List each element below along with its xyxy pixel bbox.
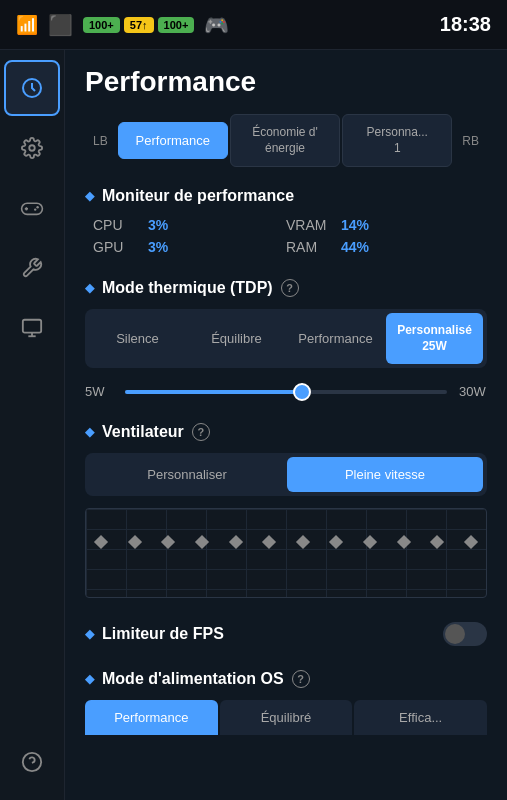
sidebar-item-controller[interactable] [4,180,60,236]
fan-point-12[interactable] [464,535,478,549]
performance-tab[interactable]: Performance [287,313,384,364]
wifi-icon: 📶 [16,14,38,36]
battery-3: 100+ [158,17,195,33]
battery-group: 100+ 57↑ 100+ [83,17,194,33]
battery-1: 100+ [83,17,120,33]
fan-point-10[interactable] [397,535,411,549]
fan-point-6[interactable] [262,535,276,549]
tab-navigation: LB Performance Économie d'énergie Person… [85,114,487,167]
svg-rect-2 [22,203,43,214]
thermal-title: ◆ Mode thermique (TDP) ? [85,279,487,297]
rb-button[interactable]: RB [454,130,487,152]
sidebar-item-display[interactable] [4,300,60,356]
sidebar-item-settings[interactable] [4,120,60,176]
diamond-icon-2: ◆ [85,281,94,295]
fan-point-3[interactable] [161,535,175,549]
cpu-label: CPU [93,217,138,233]
toggle-knob [445,624,465,644]
diamond-icon-3: ◆ [85,425,94,439]
sidebar-item-performance[interactable] [4,60,60,116]
diamond-icon: ◆ [85,189,94,203]
fan-curve-grid [86,509,486,597]
tab-performance[interactable]: Performance [118,122,228,159]
thermal-option-tabs: Silence Équilibre Performance Personnali… [85,309,487,368]
silence-tab[interactable]: Silence [89,313,186,364]
custom-tab[interactable]: Personnalisé25W [386,313,483,364]
fan-point-5[interactable] [228,535,242,549]
fan-point-2[interactable] [128,535,142,549]
fps-title: ◆ Limiteur de FPS [85,625,224,643]
tab-economy[interactable]: Économie d'énergie [230,114,340,167]
fan-curve-chart [85,508,487,598]
fan-point-4[interactable] [195,535,209,549]
os-performance-tab[interactable]: Performance [85,700,218,735]
fan-title: ◆ Ventilateur ? [85,423,487,441]
os-help-icon[interactable]: ? [292,670,310,688]
fan-section: ◆ Ventilateur ? Personnaliser Pleine vit… [85,423,487,598]
thermal-help-icon[interactable]: ? [281,279,299,297]
vram-row: VRAM 14% [286,217,479,233]
fps-section: ◆ Limiteur de FPS [85,622,487,646]
cpu-value: 3% [148,217,168,233]
fan-point-8[interactable] [329,535,343,549]
gpu-value: 3% [148,239,168,255]
tdp-slider-container: 5W 30W [85,384,487,399]
page-title: Performance [85,66,487,98]
perf-grid: CPU 3% VRAM 14% GPU 3% RAM 44% [85,217,487,255]
os-power-title: ◆ Mode d'alimentation OS ? [85,670,487,688]
fan-help-icon[interactable]: ? [192,423,210,441]
equilibre-tab[interactable]: Équilibre [188,313,285,364]
slider-min-label: 5W [85,384,113,399]
fan-diamonds [96,537,476,547]
content-area: Performance LB Performance Économie d'én… [65,50,507,800]
status-left: 📶 ⬛ 100+ 57↑ 100+ 🎮 [16,13,229,37]
fps-toggle-row: ◆ Limiteur de FPS [85,622,487,646]
diamond-icon-4: ◆ [85,627,94,641]
fan-full-tab[interactable]: Pleine vitesse [287,457,483,492]
monitor-section: ◆ Moniteur de performance CPU 3% VRAM 14… [85,187,487,255]
fps-toggle[interactable] [443,622,487,646]
os-balanced-tab[interactable]: Équilibré [220,700,353,735]
svg-point-1 [29,145,35,151]
slider-track [125,390,447,394]
gamepad-icon: 🎮 [204,13,229,37]
status-bar: 📶 ⬛ 100+ 57↑ 100+ 🎮 18:38 [0,0,507,50]
fan-point-7[interactable] [296,535,310,549]
fan-point-1[interactable] [94,535,108,549]
gpu-label: GPU [93,239,138,255]
ram-label: RAM [286,239,331,255]
clock: 18:38 [440,13,491,36]
fan-custom-tab[interactable]: Personnaliser [89,457,285,492]
svg-rect-7 [23,320,41,333]
sidebar-item-help[interactable] [4,734,60,790]
slider-max-label: 30W [459,384,487,399]
sidebar [0,50,65,800]
svg-point-6 [34,208,36,210]
vram-label: VRAM [286,217,331,233]
slider-thumb[interactable] [293,383,311,401]
fan-point-11[interactable] [430,535,444,549]
cpu-row: CPU 3% [93,217,286,233]
thermal-section: ◆ Mode thermique (TDP) ? Silence Équilib… [85,279,487,399]
os-power-section: ◆ Mode d'alimentation OS ? Performance É… [85,670,487,735]
gpu-row: GPU 3% [93,239,286,255]
app-container: Performance LB Performance Économie d'én… [0,50,507,800]
sidebar-item-wrench[interactable] [4,240,60,296]
vram-value: 14% [341,217,369,233]
fan-point-9[interactable] [363,535,377,549]
ram-row: RAM 44% [286,239,479,255]
slider-fill [125,390,302,394]
monitor-title: ◆ Moniteur de performance [85,187,487,205]
ram-value: 44% [341,239,369,255]
tab-custom[interactable]: Personna...1 [342,114,452,167]
battery-2: 57↑ [124,17,154,33]
os-efficiency-tab[interactable]: Effica... [354,700,487,735]
lb-button[interactable]: LB [85,130,116,152]
diamond-icon-5: ◆ [85,672,94,686]
fan-option-tabs: Personnaliser Pleine vitesse [85,453,487,496]
os-mode-tabs: Performance Équilibré Effica... [85,700,487,735]
handheld-icon: ⬛ [48,13,73,37]
svg-point-5 [36,206,38,208]
